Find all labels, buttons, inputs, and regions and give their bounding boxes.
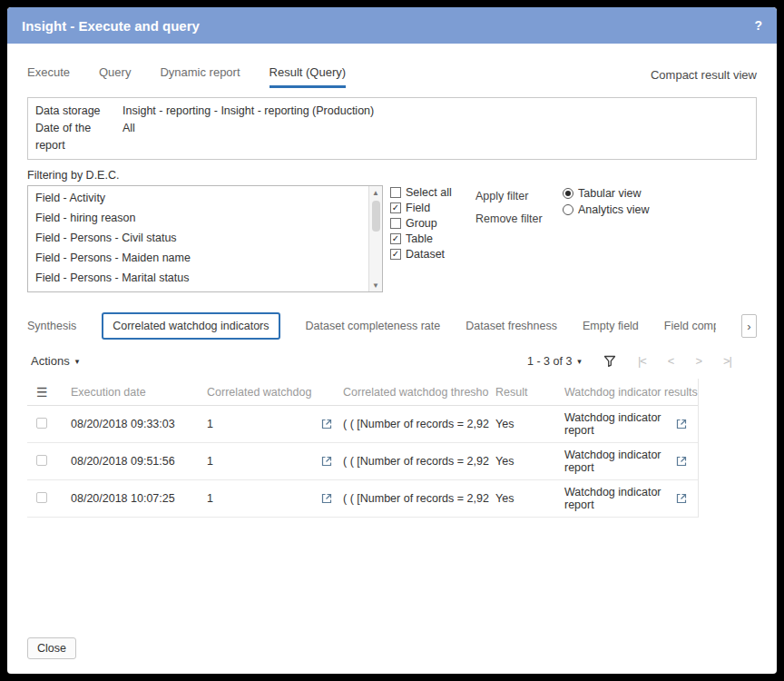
- threshold-cell: ( ( [Number of records = 2,92: [343, 455, 495, 468]
- checkbox-label: Field: [406, 202, 430, 214]
- watchdog-report-link[interactable]: Watchdog indicator report: [564, 486, 676, 511]
- execution-date-cell: 08/20/2018 10:07:25: [71, 492, 207, 505]
- tab-dynamic-report[interactable]: Dynamic report: [160, 65, 240, 88]
- column-header-threshold[interactable]: Correlated watchdog thresho: [343, 386, 495, 399]
- checkbox-select-all[interactable]: Select all: [390, 186, 470, 199]
- checkbox-table[interactable]: Table: [390, 232, 470, 245]
- external-link-icon[interactable]: [321, 419, 332, 429]
- filtering-label: Filtering by D.E.C.: [27, 169, 757, 182]
- scroll-up-icon[interactable]: ▲: [369, 186, 382, 199]
- last-page-button[interactable]: >|: [723, 354, 731, 368]
- dialog-insight-execute-query: Insight - Execute and query ? Execute Qu…: [7, 7, 777, 674]
- table-header-row: ☰ Execution date Correlated watchdog Cor…: [27, 379, 698, 406]
- table-menu-icon[interactable]: ☰: [36, 385, 48, 400]
- checkbox-icon[interactable]: [390, 187, 401, 198]
- column-header-execution-date[interactable]: Execution date: [71, 386, 207, 399]
- watchdog-report-link[interactable]: Watchdog indicator report: [564, 411, 676, 437]
- view-mode-radios: Tabular view Analytics view: [563, 185, 650, 216]
- checkbox-field[interactable]: Field: [390, 202, 470, 214]
- tab-synthesis[interactable]: Synthesis: [27, 320, 76, 332]
- filter-type-checkboxes: Select all Field Group Table Dataset: [390, 185, 470, 261]
- checkbox-dataset[interactable]: Dataset: [390, 248, 470, 261]
- close-button[interactable]: Close: [27, 637, 76, 659]
- external-link-icon[interactable]: [676, 493, 687, 504]
- results-toolbar: Actions ▾ 1 - 3 of 3 ▾ |< < > >|: [27, 354, 757, 368]
- data-storage-value: Insight - reporting - Insight - reportin…: [122, 103, 374, 120]
- checkbox-group[interactable]: Group: [390, 217, 470, 230]
- radio-analytics-view[interactable]: Analytics view: [563, 203, 650, 216]
- apply-filter-button[interactable]: Apply filter: [475, 190, 555, 202]
- data-storage-row: Data storage Insight - reporting - Insig…: [35, 103, 749, 120]
- correlated-watchdog-cell: 1: [207, 492, 213, 505]
- checkbox-label: Dataset: [406, 248, 445, 261]
- chevron-down-icon: ▾: [577, 357, 582, 366]
- dialog-content: Execute Query Dynamic report Result (Que…: [7, 44, 777, 674]
- prev-page-button[interactable]: <: [668, 354, 674, 368]
- help-button[interactable]: ?: [754, 18, 762, 33]
- scrollbar-thumb[interactable]: [372, 201, 380, 232]
- column-header-result[interactable]: Result: [495, 386, 564, 399]
- tab-empty-field[interactable]: Empty field: [583, 320, 639, 332]
- external-link-icon[interactable]: [676, 419, 687, 429]
- list-option[interactable]: Field - Persons - Maiden name: [28, 248, 368, 268]
- scroll-down-icon[interactable]: ▼: [369, 279, 382, 291]
- tab-field-compliance[interactable]: Field compliance ag: [664, 320, 716, 332]
- table-row: 08/20/2018 09:51:56 1 ( ( [Number of rec…: [27, 443, 698, 480]
- row-checkbox[interactable]: [36, 418, 47, 429]
- tab-query[interactable]: Query: [99, 65, 131, 88]
- pagination-controls: 1 - 3 of 3 ▾ |< < > >|: [527, 354, 731, 368]
- table-row: 08/20/2018 10:07:25 1 ( ( [Number of rec…: [27, 480, 698, 518]
- threshold-cell: ( ( [Number of records = 2,92: [343, 418, 495, 430]
- watchdog-report-link[interactable]: Watchdog indicator report: [564, 449, 676, 474]
- tab-dataset-freshness[interactable]: Dataset freshness: [466, 320, 557, 332]
- dialog-title: Insight - Execute and query: [22, 18, 200, 34]
- checkbox-label: Group: [406, 217, 437, 230]
- radio-label: Tabular view: [578, 187, 641, 200]
- radio-tabular-view[interactable]: Tabular view: [563, 187, 650, 200]
- list-option[interactable]: Field - Activity: [28, 188, 368, 208]
- checkbox-icon[interactable]: [390, 233, 401, 244]
- report-date-value: All: [122, 120, 135, 154]
- external-link-icon[interactable]: [321, 493, 332, 504]
- tab-result-query[interactable]: Result (Query): [270, 65, 347, 88]
- listbox-scrollbar[interactable]: ▲ ▼: [368, 186, 382, 291]
- threshold-cell: ( ( [Number of records = 2,92: [343, 492, 495, 505]
- result-cell: Yes: [495, 418, 564, 430]
- list-option[interactable]: Field - Persons - Marital status: [28, 268, 368, 288]
- list-option[interactable]: Field - Persons - Civil status: [28, 228, 368, 248]
- external-link-icon[interactable]: [676, 456, 687, 467]
- report-date-row: Date of the report All: [35, 120, 749, 154]
- table-row: 08/20/2018 09:33:03 1 ( ( [Number of rec…: [27, 406, 698, 443]
- row-checkbox[interactable]: [36, 455, 47, 466]
- tab-correlated-watchdog-indicators[interactable]: Correlated watchdog indicators: [102, 312, 279, 340]
- remove-filter-button[interactable]: Remove filter: [475, 212, 555, 225]
- filter-icon[interactable]: [603, 355, 616, 368]
- list-option[interactable]: Field - hiring reason: [28, 208, 368, 228]
- radio-icon[interactable]: [563, 188, 573, 199]
- radio-icon[interactable]: [563, 204, 573, 215]
- execution-date-cell: 08/20/2018 09:33:03: [71, 418, 207, 430]
- checkbox-icon[interactable]: [390, 202, 401, 213]
- actions-menu-button[interactable]: Actions ▾: [27, 354, 79, 368]
- result-cell: Yes: [495, 455, 564, 468]
- checkbox-label: Select all: [406, 186, 452, 199]
- dialog-footer: Close: [27, 637, 757, 674]
- checkbox-label: Table: [406, 232, 433, 245]
- external-link-icon[interactable]: [321, 456, 332, 467]
- column-header-watchdog-results[interactable]: Watchdog indicator results: [564, 386, 698, 399]
- first-page-button[interactable]: |<: [638, 354, 646, 368]
- tab-execute[interactable]: Execute: [27, 65, 70, 88]
- filtering-section: Field - Activity Field - hiring reason F…: [27, 185, 757, 292]
- checkbox-icon[interactable]: [390, 218, 401, 229]
- table-body: 08/20/2018 09:33:03 1 ( ( [Number of rec…: [27, 406, 698, 518]
- pagination-range-dropdown[interactable]: 1 - 3 of 3 ▾: [527, 355, 582, 368]
- column-header-correlated-watchdog[interactable]: Correlated watchdog: [207, 386, 343, 399]
- compact-result-view-link[interactable]: Compact result view: [651, 68, 757, 88]
- checkbox-icon[interactable]: [390, 249, 401, 260]
- result-cell: Yes: [495, 492, 564, 505]
- tab-dataset-completeness-rate[interactable]: Dataset completeness rate: [306, 320, 441, 332]
- next-page-button[interactable]: >: [695, 354, 701, 368]
- tabs-scroll-right-button[interactable]: ›: [741, 314, 757, 338]
- row-checkbox[interactable]: [36, 492, 47, 503]
- dec-filter-listbox[interactable]: Field - Activity Field - hiring reason F…: [27, 185, 383, 292]
